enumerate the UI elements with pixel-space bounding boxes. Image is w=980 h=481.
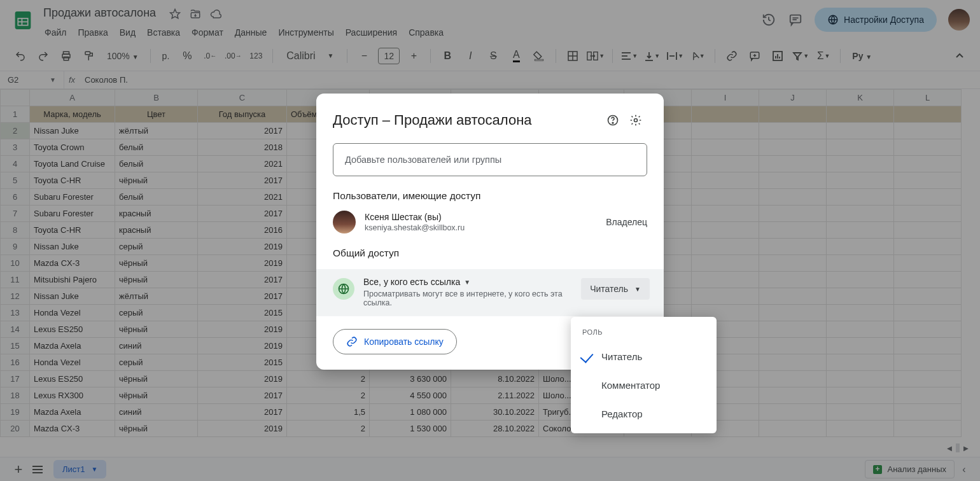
link-access-desc: Просматривать могут все в интернете, у к… [363, 289, 573, 307]
dialog-title: Доступ – Продажи автосалона [333, 112, 601, 129]
formula-input[interactable]: Соколов П. [80, 75, 128, 85]
row-header-6[interactable]: 6 [1, 189, 30, 206]
bold-icon[interactable]: B [438, 47, 456, 65]
help-icon[interactable] [601, 109, 624, 132]
italic-icon[interactable]: I [461, 47, 479, 65]
comment-icon[interactable] [788, 12, 803, 27]
decrease-font-icon[interactable]: − [355, 47, 373, 65]
menu-Правка[interactable]: Правка [73, 25, 113, 40]
share-button[interactable]: Настройки Доступа [815, 8, 937, 32]
row-header-14[interactable]: 14 [1, 321, 30, 338]
row-header-18[interactable]: 18 [1, 387, 30, 404]
print-icon[interactable] [57, 47, 75, 65]
role-option-0[interactable]: Читатель [571, 342, 717, 371]
row-header-9[interactable]: 9 [1, 239, 30, 255]
explore-chevron-icon[interactable]: ‹ [957, 460, 971, 479]
menu-Расширения[interactable]: Расширения [340, 25, 402, 40]
col-header-J[interactable]: J [759, 90, 827, 106]
gear-icon[interactable] [624, 109, 647, 132]
row-header-4[interactable]: 4 [1, 156, 30, 172]
col-header-B[interactable]: B [115, 90, 198, 106]
fill-color-icon[interactable] [530, 47, 548, 65]
row-header-3[interactable]: 3 [1, 139, 30, 156]
decrease-decimal-icon[interactable]: .0← [201, 47, 219, 65]
rotate-text-icon[interactable]: A▼ [689, 47, 707, 65]
borders-icon[interactable] [564, 47, 582, 65]
document-title[interactable]: Продажи автосалона [39, 5, 160, 21]
sheets-logo-icon[interactable] [10, 8, 36, 33]
move-icon[interactable] [190, 8, 201, 20]
menu-Формат[interactable]: Формат [186, 25, 228, 40]
row-header-8[interactable]: 8 [1, 222, 30, 239]
menu-Данные[interactable]: Данные [230, 25, 272, 40]
col-header-C[interactable]: C [198, 90, 287, 106]
row-header-15[interactable]: 15 [1, 338, 30, 354]
table-row[interactable]: 17Lexus ES250чёрный201923 630 0008.10.20… [1, 371, 962, 387]
strikethrough-icon[interactable]: S [484, 47, 502, 65]
col-header-L[interactable]: L [894, 90, 962, 106]
row-header-10[interactable]: 10 [1, 255, 30, 272]
text-color-icon[interactable]: A [507, 47, 525, 65]
row-header-20[interactable]: 20 [1, 421, 30, 437]
row-header-7[interactable]: 7 [1, 206, 30, 222]
row-header-2[interactable]: 2 [1, 123, 30, 139]
sigma-icon[interactable]: Σ▼ [815, 47, 832, 65]
role-option-1[interactable]: Комментатор [571, 371, 717, 400]
wrap-icon[interactable]: ▼ [666, 47, 684, 65]
row-header-17[interactable]: 17 [1, 371, 30, 387]
role-option-2[interactable]: Редактор [571, 400, 717, 428]
row-header-11[interactable]: 11 [1, 272, 30, 288]
format-123-icon[interactable]: 123 [247, 47, 265, 65]
row-header-16[interactable]: 16 [1, 354, 30, 371]
copy-link-button[interactable]: Копировать ссылку [333, 329, 457, 354]
insert-chart-icon[interactable] [769, 47, 787, 65]
menu-Инструменты[interactable]: Инструменты [273, 25, 339, 40]
row-header-12[interactable]: 12 [1, 288, 30, 305]
all-sheets-icon[interactable] [28, 460, 47, 479]
filter-icon[interactable]: ▼ [792, 47, 809, 65]
percent-icon[interactable]: % [178, 47, 196, 65]
add-people-input[interactable]: Добавьте пользователей или группы [333, 143, 647, 176]
menu-Файл[interactable]: Файл [39, 25, 71, 40]
col-header-I[interactable]: I [692, 90, 759, 106]
increase-decimal-icon[interactable]: .00→ [224, 47, 242, 65]
row-header-1[interactable]: 1 [1, 106, 30, 123]
name-box[interactable]: G2▼ [0, 75, 64, 85]
menu-Вставка[interactable]: Вставка [142, 25, 185, 40]
history-icon[interactable] [761, 12, 776, 27]
currency-button[interactable]: р. [158, 51, 174, 61]
account-avatar[interactable] [948, 9, 970, 31]
redo-icon[interactable] [34, 47, 52, 65]
font-family-select[interactable]: Calibri▼ [281, 47, 339, 65]
analyze-data-button[interactable]: Анализ данных [865, 460, 955, 478]
table-row[interactable]: 18Lexus RX300чёрный201724 550 0002.11.20… [1, 387, 962, 404]
v-align-icon[interactable]: ▼ [643, 47, 661, 65]
role-select-button[interactable]: Читатель▼ [581, 278, 650, 300]
undo-icon[interactable] [11, 47, 29, 65]
menu-Справка[interactable]: Справка [403, 25, 449, 40]
h-align-icon[interactable]: ▼ [620, 47, 638, 65]
col-header-K[interactable]: K [827, 90, 894, 106]
merge-cells-icon[interactable]: ▼ [587, 47, 605, 65]
cloud-icon[interactable] [210, 8, 221, 20]
table-row[interactable]: 19Mazda Axelaсиний20171,51 080 00030.10.… [1, 404, 962, 421]
py-button[interactable]: Py ▼ [848, 51, 876, 61]
font-size-input[interactable]: 12 [378, 48, 400, 64]
collapse-toolbar-icon[interactable] [951, 47, 969, 65]
increase-font-icon[interactable]: + [405, 47, 423, 65]
row-header-19[interactable]: 19 [1, 404, 30, 421]
horizontal-scroll[interactable]: ◄► [944, 443, 971, 453]
zoom-select[interactable]: 100% ▼ [103, 51, 143, 61]
insert-comment-icon[interactable] [746, 47, 764, 65]
link-icon[interactable] [723, 47, 741, 65]
paint-format-icon[interactable] [80, 47, 98, 65]
star-icon[interactable] [169, 8, 181, 20]
owner-role: Владелец [606, 217, 647, 227]
row-header-5[interactable]: 5 [1, 172, 30, 189]
row-header-13[interactable]: 13 [1, 305, 30, 321]
add-sheet-icon[interactable]: + [9, 460, 28, 479]
sheet-tab[interactable]: Лист1▼ [53, 460, 106, 478]
col-header-A[interactable]: A [30, 90, 115, 106]
menu-Вид[interactable]: Вид [115, 25, 141, 40]
table-row[interactable]: 20Mazda CX-3чёрный201921 530 00028.10.20… [1, 421, 962, 437]
